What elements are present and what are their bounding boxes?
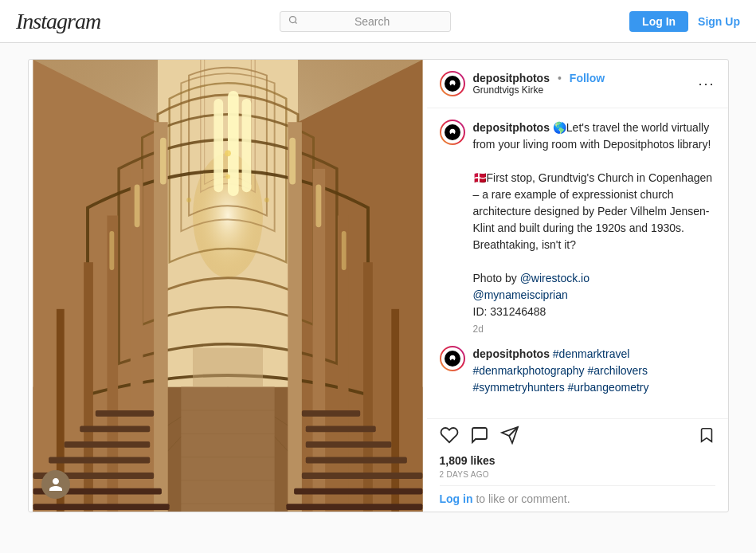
svg-rect-27 — [241, 99, 251, 192]
main-content: depositphotos • Follow Grundtvigs Kirke … — [0, 43, 756, 528]
login-to-comment: Log in to like or comment. — [440, 485, 715, 508]
svg-rect-32 — [315, 184, 321, 227]
post-actions: 1,809 likes 2 days ago Log in to like or… — [427, 419, 728, 512]
post-right: depositphotos • Follow Grundtvigs Kirke … — [427, 60, 728, 512]
caption-text: depositphotos 🌎Let's travel the world vi… — [473, 120, 715, 320]
follow-button[interactable]: Follow — [570, 72, 605, 84]
svg-point-0 — [289, 17, 296, 23]
svg-rect-43 — [305, 441, 391, 448]
svg-rect-54 — [193, 348, 263, 387]
header-actions: Log In Sign Up — [629, 11, 740, 32]
svg-rect-37 — [49, 457, 150, 464]
header: Instagram Log In Sign Up — [0, 0, 756, 43]
svg-rect-26 — [228, 91, 239, 196]
search-bar[interactable] — [280, 11, 451, 32]
svg-rect-47 — [286, 504, 422, 510]
caption-body: depositphotos 🌎Let's travel the world vi… — [473, 120, 715, 335]
mention-2[interactable]: @mynameisciprian — [473, 288, 568, 301]
hashtag-text: depositphotos #denmarktravel #denmarkpho… — [473, 346, 715, 396]
svg-rect-31 — [289, 138, 296, 185]
caption-time: 2d — [473, 324, 715, 335]
post-location: Grundtvigs Kirke — [473, 84, 692, 96]
action-icons-row — [440, 426, 715, 449]
svg-point-55 — [225, 150, 231, 156]
svg-rect-46 — [294, 488, 422, 495]
login-button[interactable]: Log In — [629, 11, 688, 32]
caption-username[interactable]: depositphotos — [473, 121, 550, 134]
svg-rect-35 — [80, 426, 150, 432]
caption-comment: depositphotos 🌎Let's travel the world vi… — [440, 120, 715, 335]
svg-rect-41 — [301, 410, 359, 417]
svg-rect-34 — [95, 410, 153, 417]
hashtag-4[interactable]: #symmetryhunters — [473, 381, 565, 394]
like-button[interactable] — [440, 426, 459, 449]
svg-rect-25 — [213, 99, 223, 192]
search-input[interactable] — [303, 15, 442, 28]
hashtag-5[interactable]: #urbangeometry — [568, 381, 649, 394]
svg-line-1 — [295, 22, 296, 23]
search-icon — [288, 15, 298, 27]
svg-point-58 — [264, 198, 268, 202]
instagram-logo: Instagram — [16, 9, 100, 34]
hashtag-3[interactable]: #archilovers — [588, 364, 648, 377]
hashtag-1[interactable]: #denmarktravel — [553, 347, 630, 360]
post-header-avatar[interactable] — [440, 71, 465, 96]
svg-rect-36 — [64, 441, 150, 448]
post-header-info: depositphotos • Follow Grundtvigs Kirke — [473, 72, 692, 96]
svg-rect-33 — [341, 231, 346, 270]
likes-count: 1,809 likes — [440, 454, 715, 467]
svg-rect-42 — [305, 426, 375, 432]
svg-rect-48 — [181, 387, 274, 512]
mention-1[interactable]: @wirestock.io — [520, 272, 590, 284]
hashtag-body: depositphotos #denmarktravel #denmarkpho… — [473, 346, 715, 396]
comment-avatar-2[interactable] — [440, 346, 465, 371]
post-comments: depositphotos 🌎Let's travel the world vi… — [427, 108, 728, 419]
svg-point-56 — [225, 175, 230, 179]
svg-rect-40 — [33, 504, 169, 510]
share-button[interactable] — [500, 426, 519, 449]
svg-rect-30 — [109, 231, 114, 270]
hashtag-2[interactable]: #denmarkphotography — [473, 364, 585, 377]
comment-avatar-1[interactable] — [440, 120, 465, 145]
login-link[interactable]: Log in — [440, 492, 473, 505]
svg-rect-28 — [159, 138, 166, 185]
svg-rect-44 — [305, 457, 406, 464]
post-image — [29, 60, 427, 512]
post-separator: • — [558, 72, 562, 84]
more-options-button[interactable]: ··· — [698, 76, 715, 92]
svg-rect-29 — [134, 184, 139, 227]
hashtag-username[interactable]: depositphotos — [473, 347, 550, 360]
avatar — [41, 470, 70, 499]
svg-rect-45 — [301, 473, 422, 479]
post-card: depositphotos • Follow Grundtvigs Kirke … — [28, 59, 729, 512]
bookmark-button[interactable] — [698, 426, 715, 449]
post-image-wrap — [29, 60, 427, 512]
login-cta-suffix: to like or comment. — [473, 492, 570, 505]
post-header: depositphotos • Follow Grundtvigs Kirke … — [427, 60, 728, 108]
comment-button[interactable] — [470, 426, 489, 449]
svg-rect-24 — [391, 309, 399, 512]
post-timestamp: 2 days ago — [440, 470, 715, 479]
post-username[interactable]: depositphotos — [473, 72, 550, 84]
signup-button[interactable]: Sign Up — [698, 15, 740, 28]
hashtag-comment: depositphotos #denmarktravel #denmarkpho… — [440, 346, 715, 396]
svg-point-57 — [186, 198, 191, 202]
